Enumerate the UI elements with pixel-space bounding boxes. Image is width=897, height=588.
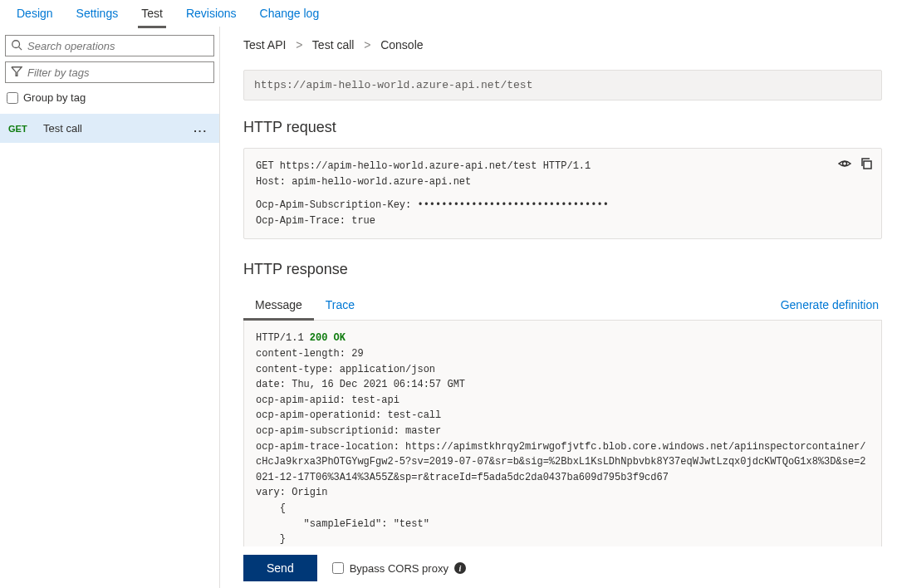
filter-tags-wrap[interactable] (5, 61, 214, 83)
generate-definition-link[interactable]: Generate definition (781, 298, 882, 311)
response-headers: content-length: 29 content-type: applica… (256, 348, 866, 498)
request-line-1: GET https://apim-hello-world.azure-api.n… (256, 159, 870, 174)
search-input[interactable] (27, 40, 208, 52)
tab-changelog[interactable]: Change log (248, 2, 331, 25)
group-by-label: Group by tag (23, 91, 86, 104)
response-tabs: Message Trace Generate definition (243, 290, 882, 321)
tab-settings[interactable]: Settings (65, 2, 130, 25)
breadcrumb-console: Console (380, 38, 423, 51)
bypass-label: Bypass CORS proxy (350, 562, 448, 575)
group-by-tag[interactable]: Group by tag (0, 88, 219, 114)
content-area: Test API > Test call > Console https://a… (220, 27, 897, 588)
operation-more-icon[interactable]: ... (194, 122, 208, 135)
filter-input[interactable] (27, 66, 208, 79)
reveal-icon[interactable] (838, 157, 851, 176)
response-protocol: HTTP/1.1 (256, 332, 310, 344)
copy-icon[interactable] (860, 157, 873, 176)
svg-rect-3 (864, 161, 871, 169)
operation-row[interactable]: GET Test call ... (0, 114, 219, 143)
breadcrumb-api[interactable]: Test API (243, 38, 286, 51)
top-navigation: Design Settings Test Revisions Change lo… (0, 0, 897, 27)
http-request-box: GET https://apim-hello-world.azure-api.n… (243, 148, 882, 239)
tab-design[interactable]: Design (5, 2, 65, 25)
svg-point-0 (12, 40, 20, 47)
response-tab-message[interactable]: Message (243, 290, 314, 320)
filter-icon (11, 66, 22, 80)
response-body: { "sampleField": "test" } (256, 502, 429, 545)
request-line-2: Host: apim-hello-world.azure-api.net (256, 174, 870, 190)
http-response-title: HTTP response (243, 261, 882, 278)
http-request-title: HTTP request (243, 119, 882, 136)
svg-point-2 (843, 162, 847, 166)
response-tab-trace[interactable]: Trace (314, 290, 366, 320)
sidebar: Group by tag GET Test call ... (0, 27, 220, 588)
http-response-box: HTTP/1.1 200 OK content-length: 29 conte… (243, 321, 882, 557)
search-operations-wrap[interactable] (5, 35, 214, 56)
operation-name: Test call (43, 122, 211, 135)
request-line-4: Ocp-Apim-Trace: true (256, 213, 870, 229)
send-button[interactable]: Send (243, 555, 317, 581)
breadcrumb: Test API > Test call > Console (243, 38, 882, 51)
response-status: 200 OK (310, 332, 346, 344)
send-bar: Send Bypass CORS proxy i (243, 546, 897, 588)
info-icon[interactable]: i (454, 562, 466, 574)
svg-line-1 (19, 47, 22, 50)
request-url: https://apim-hello-world.azure-api.net/t… (243, 70, 882, 100)
tab-test[interactable]: Test (130, 2, 174, 25)
search-icon (11, 39, 22, 53)
operation-method: GET (8, 124, 32, 134)
bypass-cors[interactable]: Bypass CORS proxy i (332, 562, 466, 575)
bypass-checkbox[interactable] (332, 562, 344, 574)
group-by-checkbox[interactable] (7, 92, 18, 104)
breadcrumb-op[interactable]: Test call (312, 38, 355, 51)
tab-revisions[interactable]: Revisions (174, 2, 248, 25)
request-line-3: Ocp-Apim-Subscription-Key: •••••••••••••… (256, 198, 870, 213)
